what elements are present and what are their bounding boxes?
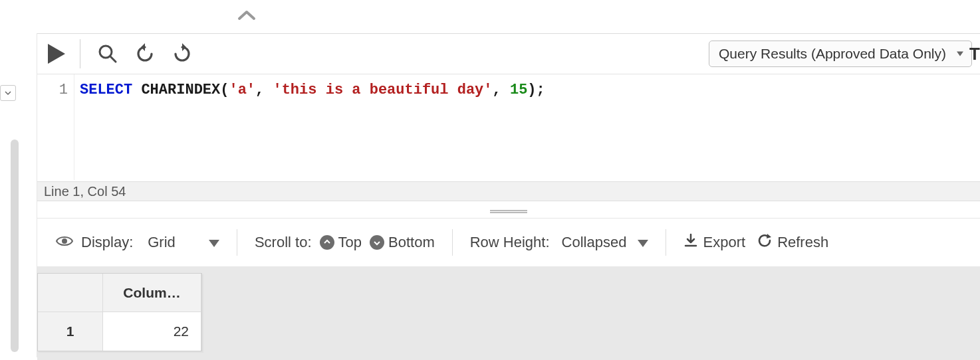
- left-mini-select[interactable]: [0, 85, 16, 101]
- table-row[interactable]: 1 22: [38, 312, 201, 351]
- svg-marker-7: [767, 234, 771, 238]
- rowheight-select[interactable]: Collapsed: [562, 234, 648, 251]
- results-area: Colum… 1 22: [37, 266, 980, 360]
- column-header-label: Colum…: [123, 285, 180, 301]
- cursor-position: Line 1, Col 54: [44, 184, 126, 199]
- export-button[interactable]: Export: [683, 233, 746, 252]
- main-panel: Query Results (Approved Data Only) T 1 S…: [37, 33, 980, 360]
- token-comma-1: ,: [255, 82, 273, 98]
- svg-marker-0: [48, 44, 65, 64]
- results-toolbar-divider: [237, 229, 237, 256]
- cell-value: 22: [174, 323, 189, 339]
- scroll-group: Scroll to: Top Bottom: [255, 234, 435, 251]
- display-group: Display: Grid: [56, 234, 219, 251]
- result-mode-select[interactable]: Query Results (Approved Data Only): [709, 41, 972, 67]
- undo-button[interactable]: [134, 43, 156, 65]
- row-number-cell: 1: [38, 312, 103, 351]
- svg-marker-4: [182, 43, 186, 51]
- display-mode-select[interactable]: Grid: [148, 234, 219, 251]
- svg-line-2: [110, 56, 116, 62]
- search-button[interactable]: [96, 43, 119, 65]
- display-label: Display:: [81, 234, 133, 251]
- column-header[interactable]: Colum…: [103, 274, 201, 312]
- scroll-top-label: Top: [338, 234, 362, 251]
- token-comma-2: ,: [493, 82, 510, 98]
- token-string-1: 'a': [229, 82, 255, 98]
- line-number: 1: [37, 81, 68, 100]
- svg-point-5: [62, 238, 67, 244]
- rowheight-group: Row Height: Collapsed: [470, 234, 648, 251]
- export-label: Export: [703, 234, 746, 251]
- arrow-down-circle-icon: [370, 235, 384, 250]
- corner-cell: [38, 274, 103, 312]
- results-toolbar: Display: Grid Scroll to: Top: [37, 221, 980, 264]
- results-toolbar-divider: [666, 229, 666, 256]
- truncated-right-label: T: [965, 34, 980, 74]
- results-grid[interactable]: Colum… 1 22: [37, 273, 202, 351]
- redo-button[interactable]: [171, 43, 193, 65]
- row-number: 1: [66, 323, 74, 339]
- eye-icon: [56, 234, 73, 251]
- scroll-to-label: Scroll to:: [255, 234, 312, 251]
- collapse-panel-chevron-icon[interactable]: [237, 4, 257, 27]
- refresh-label: Refresh: [777, 234, 828, 251]
- data-cell[interactable]: 22: [103, 312, 201, 351]
- caret-down-icon: [209, 240, 219, 247]
- rowheight-label: Row Height:: [470, 234, 550, 251]
- token-number-1: 15: [510, 82, 527, 98]
- refresh-icon: [757, 233, 772, 252]
- token-keyword-select: SELECT: [80, 82, 132, 98]
- editor-toolbar-left: [45, 39, 193, 68]
- scroll-top-button[interactable]: Top: [320, 234, 362, 251]
- result-mode-label: Query Results (Approved Data Only): [719, 46, 946, 62]
- left-gutter: [0, 33, 37, 357]
- toolbar-divider: [80, 39, 80, 68]
- token-string-2: 'this is a beautiful day': [273, 82, 492, 98]
- svg-marker-3: [141, 43, 145, 51]
- table-header-row: Colum…: [38, 274, 201, 312]
- caret-down-icon: [638, 240, 648, 247]
- token-lparen: (: [220, 82, 229, 98]
- download-icon: [683, 233, 698, 252]
- token-space: [132, 82, 141, 98]
- sql-editor[interactable]: 1 SELECT CHARINDEX('a', 'this is a beaut…: [37, 74, 980, 180]
- rowheight-value: Collapsed: [562, 234, 627, 250]
- token-rparen: ): [527, 82, 536, 98]
- token-semicolon: ;: [537, 82, 545, 98]
- arrow-up-circle-icon: [320, 235, 334, 250]
- refresh-button[interactable]: Refresh: [757, 233, 828, 252]
- token-function-name: CHARINDEX: [141, 82, 220, 98]
- code-line-1[interactable]: SELECT CHARINDEX('a', 'this is a beautif…: [80, 81, 973, 100]
- scroll-bottom-button[interactable]: Bottom: [370, 234, 435, 251]
- scrollbar-thumb[interactable]: [11, 139, 19, 352]
- editor-status-bar: Line 1, Col 54: [37, 181, 980, 201]
- panel-splitter[interactable]: [37, 205, 980, 219]
- run-button[interactable]: [45, 43, 68, 65]
- line-gutter: 1: [37, 74, 74, 180]
- results-toolbar-divider: [452, 229, 453, 256]
- editor-toolbar: Query Results (Approved Data Only) T: [37, 34, 980, 74]
- splitter-grip-icon: [490, 210, 527, 213]
- scroll-bottom-label: Bottom: [388, 234, 435, 251]
- app-root: Query Results (Approved Data Only) T 1 S…: [0, 0, 980, 360]
- display-mode-value: Grid: [148, 234, 176, 250]
